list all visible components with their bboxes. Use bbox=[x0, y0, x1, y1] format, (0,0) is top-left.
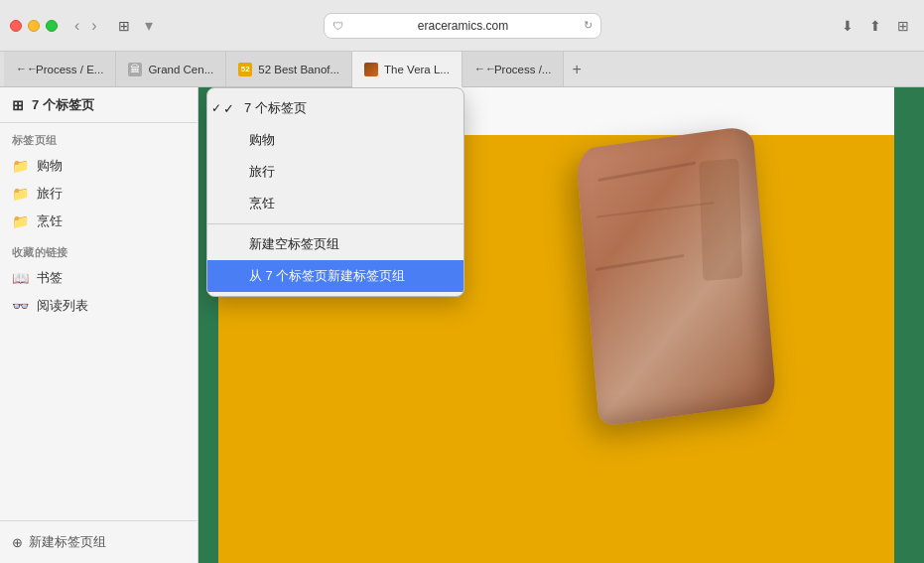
dropdown-item-new-empty[interactable]: 新建空标签页组 bbox=[207, 228, 463, 260]
folder-icon-shopping: 📁 bbox=[12, 158, 29, 174]
tab-label-vera: The Vera L... bbox=[384, 64, 450, 75]
tab-label-process2: Process /... bbox=[494, 64, 552, 75]
content-area: ✓ 7 个标签页 购物 旅行 烹饪 新建空标签页组 从 7 bbox=[198, 87, 924, 563]
tab-favicon-process2: ←← bbox=[474, 63, 488, 76]
extensions-button[interactable]: ⊞ bbox=[892, 15, 914, 37]
sidebar-item-label-reading: 阅读列表 bbox=[37, 297, 88, 315]
refresh-button[interactable]: ↻ bbox=[584, 19, 593, 32]
sidebar-tabs-icon: ⊞ bbox=[12, 97, 24, 113]
tab-best[interactable]: 52 52 Best Banof... bbox=[226, 52, 352, 86]
dropdown-label-shopping: 购物 bbox=[249, 131, 275, 149]
sidebar-item-bookmarks[interactable]: 📖 书签 bbox=[0, 264, 198, 292]
new-tab-group-icon: ⊕ bbox=[12, 535, 23, 550]
back-button[interactable]: ‹ bbox=[69, 15, 84, 37]
sidebar-item-cooking[interactable]: 📁 烹饪 bbox=[0, 208, 198, 235]
traffic-lights bbox=[10, 20, 58, 32]
sidebar-item-shopping[interactable]: 📁 购物 bbox=[0, 152, 198, 180]
dropdown-label-from-7: 从 7 个标签页新建标签页组 bbox=[249, 267, 405, 285]
sidebar-item-label-shopping: 购物 bbox=[37, 157, 63, 175]
dropdown-menu: ✓ 7 个标签页 购物 旅行 烹饪 新建空标签页组 从 7 bbox=[206, 87, 464, 297]
tab-favicon-best: 52 bbox=[238, 63, 252, 76]
address-bar[interactable]: 🛡 eraceramics.com ↻ bbox=[324, 13, 601, 39]
dropdown-item-cooking[interactable]: 烹饪 bbox=[207, 188, 463, 219]
tabbar: ←← Process / E... 🏛 Grand Cen... 52 52 B… bbox=[0, 52, 924, 87]
shield-icon: 🛡 bbox=[332, 20, 343, 32]
tab-label-grand: Grand Cen... bbox=[148, 64, 213, 75]
tab-vera[interactable]: The Vera L... bbox=[352, 52, 462, 87]
tab-label-process: Process / E... bbox=[36, 64, 103, 75]
dropdown-label-7tabs: 7 个标签页 bbox=[244, 99, 307, 117]
sidebar-section-bookmarks: 收藏的链接 bbox=[0, 235, 198, 264]
new-tab-group-label: 新建标签页组 bbox=[29, 533, 106, 551]
tab-favicon-grand: 🏛 bbox=[128, 63, 142, 76]
sidebar-toggle-button[interactable]: ⊞ bbox=[112, 14, 136, 38]
close-button[interactable] bbox=[10, 20, 22, 32]
main-layout: ⊞ 7 个标签页 标签页组 📁 购物 📁 旅行 📁 烹饪 收藏的链接 📖 书签 … bbox=[0, 87, 924, 563]
url-text: eraceramics.com bbox=[349, 19, 578, 33]
dropdown-item-7tabs[interactable]: ✓ 7 个标签页 bbox=[207, 92, 463, 124]
sidebar-header: ⊞ 7 个标签页 bbox=[0, 87, 198, 123]
sidebar-item-travel[interactable]: 📁 旅行 bbox=[0, 180, 198, 208]
new-tab-button[interactable]: + bbox=[564, 52, 589, 86]
nav-buttons: ‹ › bbox=[69, 15, 102, 37]
sidebar-item-label-cooking: 烹饪 bbox=[37, 212, 63, 230]
new-tab-group-button[interactable]: ⊕ 新建标签页组 bbox=[12, 529, 186, 555]
dropdown-separator bbox=[207, 223, 463, 224]
clay-sculpture bbox=[576, 125, 777, 427]
address-bar-container: 🛡 eraceramics.com ↻ bbox=[324, 13, 601, 39]
sidebar-footer: ⊕ 新建标签页组 bbox=[0, 520, 198, 563]
dropdown-label-cooking: 烹饪 bbox=[249, 195, 275, 212]
sidebar-item-reading[interactable]: 👓 阅读列表 bbox=[0, 292, 198, 320]
tab-process2[interactable]: ←← Process /... bbox=[462, 52, 565, 86]
dropdown-item-from-7[interactable]: 从 7 个标签页新建标签页组 bbox=[207, 260, 463, 292]
dropdown-label-travel: 旅行 bbox=[249, 163, 275, 181]
sidebar: ⊞ 7 个标签页 标签页组 📁 购物 📁 旅行 📁 烹饪 收藏的链接 📖 书签 … bbox=[0, 87, 198, 563]
green-strip-right bbox=[894, 87, 924, 563]
tab-overview-button[interactable]: ▾ bbox=[140, 14, 158, 37]
glasses-icon: 👓 bbox=[12, 298, 29, 314]
tab-grand[interactable]: 🏛 Grand Cen... bbox=[116, 52, 226, 86]
book-icon: 📖 bbox=[12, 270, 29, 286]
sidebar-item-label-travel: 旅行 bbox=[37, 185, 63, 203]
fullscreen-button[interactable] bbox=[46, 20, 58, 32]
dropdown-label-new-empty: 新建空标签页组 bbox=[249, 235, 339, 253]
forward-button[interactable]: › bbox=[86, 15, 101, 37]
tab-favicon-process: ←← bbox=[16, 63, 30, 76]
download-button[interactable]: ⬇ bbox=[837, 15, 858, 37]
checkmark-icon: ✓ bbox=[223, 101, 234, 116]
sidebar-section-tab-group: 标签页组 bbox=[0, 123, 198, 152]
tab-label-best: 52 Best Banof... bbox=[258, 64, 339, 75]
sidebar-header-title: 7 个标签页 bbox=[32, 96, 94, 114]
tab-process[interactable]: ←← Process / E... bbox=[4, 52, 116, 86]
share-button[interactable]: ⬆ bbox=[864, 15, 886, 37]
dropdown-item-shopping[interactable]: 购物 bbox=[207, 124, 463, 156]
titlebar: ‹ › ⊞ ▾ 🛡 eraceramics.com ↻ ⬇ ⬆ ⊞ bbox=[0, 0, 924, 52]
dropdown-item-travel[interactable]: 旅行 bbox=[207, 156, 463, 188]
tab-favicon-vera bbox=[364, 63, 378, 76]
folder-icon-cooking: 📁 bbox=[12, 213, 29, 229]
minimize-button[interactable] bbox=[28, 20, 40, 32]
sidebar-item-label-bookmarks: 书签 bbox=[37, 269, 63, 287]
toolbar-right: ⬇ ⬆ ⊞ bbox=[837, 15, 914, 37]
folder-icon-travel: 📁 bbox=[12, 186, 29, 202]
